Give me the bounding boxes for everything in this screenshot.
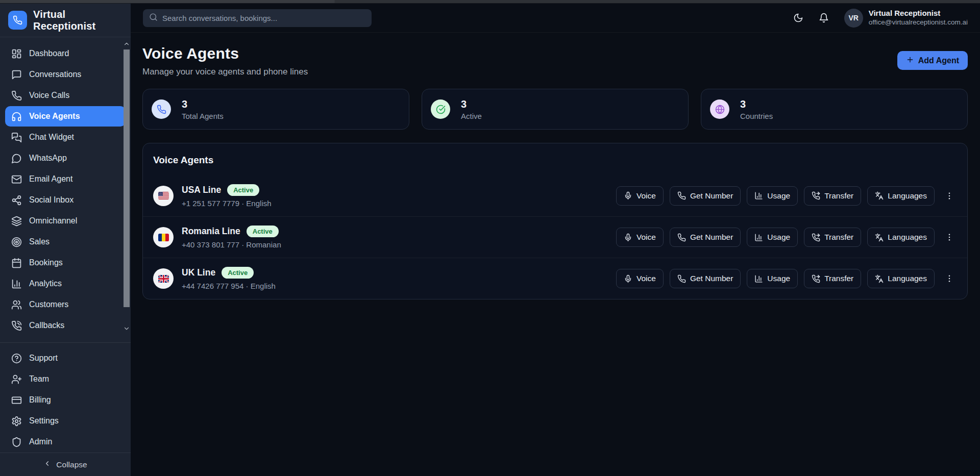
sidebar-item-label: Voice Agents — [29, 112, 80, 121]
languages-icon — [875, 274, 884, 283]
sidebar-item-admin[interactable]: Admin — [5, 432, 126, 452]
get-number-button[interactable]: Get Number — [670, 186, 741, 206]
get-number-button[interactable]: Get Number — [670, 228, 741, 247]
collapse-label: Collapse — [56, 460, 87, 469]
action-label: Languages — [888, 233, 927, 242]
user-meta: Virtual Receptionist office@virtualrecep… — [869, 9, 968, 27]
phone-forward-icon — [812, 191, 820, 200]
action-label: Transfer — [824, 233, 853, 242]
row-menu-button[interactable] — [942, 269, 957, 288]
phone-icon — [677, 274, 686, 283]
help-circle-icon — [11, 353, 22, 364]
sidebar-item-analytics[interactable]: Analytics — [5, 273, 126, 294]
sidebar-item-label: Omnichannel — [29, 216, 77, 226]
sidebar-item-bookings[interactable]: Bookings — [5, 253, 126, 273]
user-email: office@virtualreceptionist.com.ai — [869, 18, 968, 27]
get-number-button[interactable]: Get Number — [670, 269, 741, 288]
languages-button[interactable]: Languages — [867, 228, 935, 247]
action-label: Get Number — [690, 233, 733, 242]
shield-icon — [11, 437, 22, 447]
transfer-button[interactable]: Transfer — [804, 228, 861, 247]
user-plus-icon — [11, 374, 22, 385]
sidebar-item-settings[interactable]: Settings — [5, 411, 126, 431]
sidebar-item-voice-agents[interactable]: Voice Agents — [5, 106, 126, 127]
layers-icon — [11, 216, 22, 227]
row-menu-button[interactable] — [942, 228, 957, 247]
sidebar-item-omnichannel[interactable]: Omnichannel — [5, 211, 126, 231]
agent-row-uk-line: UK LineActive+44 7426 777 954 · EnglishV… — [143, 258, 967, 299]
status-badge: Active — [247, 226, 279, 237]
search-box[interactable] — [143, 9, 372, 27]
notifications-bell-icon[interactable] — [816, 10, 832, 26]
search-input[interactable] — [162, 14, 365, 22]
check-circle-icon — [431, 99, 450, 119]
sidebar-item-customers[interactable]: Customers — [5, 294, 126, 315]
voice-button[interactable]: Voice — [616, 228, 664, 247]
sidebar-item-support[interactable]: Support — [5, 348, 126, 368]
scrollbar-thumb[interactable] — [124, 49, 130, 307]
transfer-button[interactable]: Transfer — [804, 269, 861, 288]
sidebar-item-callbacks[interactable]: Callbacks — [5, 315, 126, 336]
usage-button[interactable]: Usage — [747, 186, 798, 206]
action-label: Languages — [888, 274, 927, 283]
sidebar-item-sales[interactable]: Sales — [5, 232, 126, 252]
plus-icon — [906, 56, 914, 66]
chevron-left-icon — [43, 460, 51, 469]
sidebar-item-label: Admin — [29, 437, 52, 446]
voice-button[interactable]: Voice — [616, 269, 664, 288]
action-label: Get Number — [690, 274, 733, 283]
action-label: Transfer — [824, 274, 853, 283]
collapse-row: Collapse — [0, 453, 131, 476]
sidebar-item-voice-calls[interactable]: Voice Calls — [5, 85, 126, 106]
us-flag-icon — [158, 192, 169, 199]
languages-icon — [875, 233, 884, 242]
scroll-down-icon[interactable] — [123, 325, 130, 332]
sidebar-item-chat-widget[interactable]: Chat Widget — [5, 127, 126, 147]
sidebar-item-label: Billing — [29, 395, 51, 405]
kebab-icon — [945, 191, 954, 201]
phone-icon — [677, 233, 686, 242]
app-title: Virtual Receptionist — [33, 9, 122, 32]
sidebar-item-dashboard[interactable]: Dashboard — [5, 43, 126, 64]
stat-label: Total Agents — [182, 112, 224, 120]
kebab-icon — [945, 233, 954, 242]
action-label: Usage — [767, 233, 790, 242]
sidebar-item-social-inbox[interactable]: Social Inbox — [5, 190, 126, 210]
languages-button[interactable]: Languages — [867, 186, 935, 206]
stat-card-active: 3Active — [422, 89, 689, 130]
panel-title: Voice Agents — [143, 143, 967, 175]
sidebar-scrollbar[interactable] — [123, 40, 130, 334]
bar-chart-icon — [754, 191, 763, 200]
theme-toggle-moon-icon[interactable] — [790, 10, 806, 26]
agent-row-romania-line: Romania LineActive+40 373 801 777 · Roma… — [143, 216, 967, 258]
row-menu-button[interactable] — [942, 186, 957, 206]
sidebar-item-conversations[interactable]: Conversations — [5, 64, 126, 85]
add-agent-label: Add Agent — [918, 56, 959, 65]
flag-avatar — [153, 268, 174, 289]
kebab-icon — [945, 274, 954, 283]
globe-icon — [710, 99, 729, 119]
phone-icon — [152, 99, 171, 119]
sidebar-item-billing[interactable]: Billing — [5, 390, 126, 410]
sidebar-item-label: Voice Calls — [29, 91, 69, 100]
sidebar-item-whatsapp[interactable]: WhatsApp — [5, 148, 126, 168]
usage-button[interactable]: Usage — [747, 269, 798, 288]
add-agent-button[interactable]: Add Agent — [897, 51, 968, 70]
agent-row-usa-line: USA LineActive+1 251 577 7779 · EnglishV… — [143, 175, 967, 216]
main-content: Voice Agents Manage your voice agents an… — [131, 33, 980, 476]
voice-button[interactable]: Voice — [616, 186, 664, 206]
app-logo-phone-icon — [8, 11, 27, 30]
sidebar-item-label: Chat Widget — [29, 133, 74, 142]
action-label: Languages — [888, 191, 927, 201]
sidebar-item-email-agent[interactable]: Email Agent — [5, 169, 126, 189]
user-avatar[interactable]: VR — [844, 9, 863, 28]
transfer-button[interactable]: Transfer — [804, 186, 861, 206]
collapse-button[interactable]: Collapse — [43, 460, 87, 469]
phone-forward-icon — [812, 233, 820, 242]
scroll-up-icon[interactable] — [123, 40, 130, 47]
usage-button[interactable]: Usage — [747, 228, 798, 247]
stat-value: 3 — [461, 98, 482, 110]
sidebar-item-team[interactable]: Team — [5, 369, 126, 389]
languages-button[interactable]: Languages — [867, 269, 935, 288]
credit-card-icon — [11, 395, 22, 406]
